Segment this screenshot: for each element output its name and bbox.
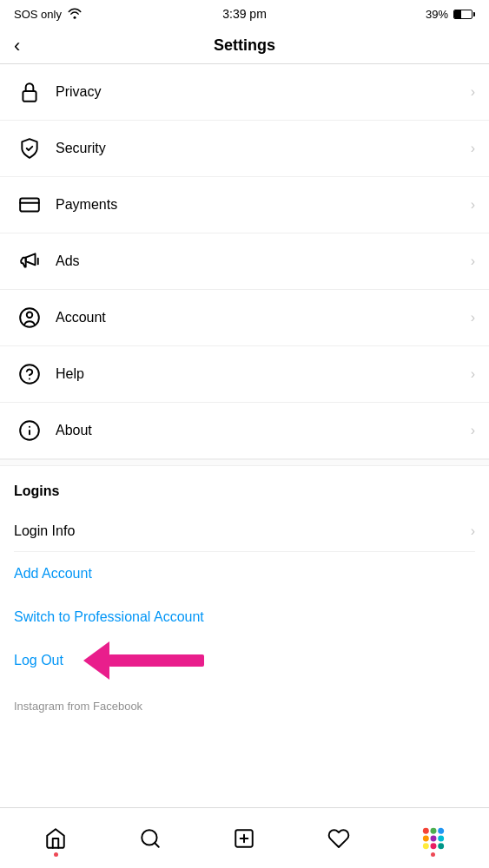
svg-line-12 [155, 843, 159, 847]
arrow-body [109, 654, 204, 667]
switch-professional-item[interactable]: Switch to Professional Account [14, 595, 475, 639]
svg-point-10 [29, 426, 30, 427]
page-title: Settings [14, 36, 475, 55]
info-circle-icon [14, 415, 45, 446]
page-header: ‹ Settings [0, 28, 489, 64]
settings-list: Privacy › Security › Payments › [0, 64, 489, 459]
nav-heart[interactable] [314, 820, 364, 857]
sos-text: SOS only [14, 8, 62, 21]
battery-icon [453, 10, 475, 19]
svg-point-19 [423, 835, 429, 841]
logins-section: Logins Login Info › Add Account Switch t… [0, 466, 489, 682]
nav-search[interactable] [125, 820, 175, 857]
account-label: Account [56, 310, 471, 326]
logout-row: Log Out [14, 639, 475, 682]
add-account-item[interactable]: Add Account [14, 552, 475, 595]
footer-text: Instagram from Facebook [0, 682, 489, 721]
help-label: Help [56, 366, 471, 382]
nav-profile[interactable] [408, 820, 459, 857]
status-bar: SOS only 3:39 pm 39% [0, 0, 489, 28]
svg-point-24 [438, 843, 444, 849]
svg-point-23 [430, 843, 436, 849]
svg-rect-0 [23, 91, 36, 102]
question-circle-icon [14, 358, 45, 390]
settings-item-payments[interactable]: Payments › [0, 177, 489, 233]
chevron-icon: › [471, 310, 475, 326]
login-info-label: Login Info [14, 523, 75, 539]
heart-icon [327, 827, 350, 850]
status-left: SOS only [14, 7, 83, 22]
chevron-icon: › [471, 423, 475, 438]
profile-notification-dot [431, 852, 435, 857]
svg-point-16 [423, 827, 429, 833]
credit-card-icon [14, 189, 45, 220]
settings-item-privacy[interactable]: Privacy › [0, 64, 489, 121]
status-time: 3:39 pm [222, 7, 267, 21]
home-icon [44, 827, 67, 850]
wifi-icon [67, 7, 83, 22]
security-label: Security [56, 141, 471, 156]
megaphone-icon [14, 246, 45, 277]
back-button[interactable]: ‹ [14, 35, 20, 57]
section-divider [0, 459, 489, 466]
settings-item-help[interactable]: Help › [0, 346, 489, 403]
privacy-label: Privacy [56, 84, 471, 100]
svg-point-21 [438, 835, 444, 841]
svg-point-4 [27, 312, 33, 319]
about-label: About [56, 423, 471, 438]
add-icon [233, 827, 255, 850]
svg-point-5 [20, 365, 39, 384]
person-circle-icon [14, 302, 45, 333]
logins-title: Logins [14, 483, 475, 499]
arrow-annotation [83, 641, 204, 680]
chevron-icon: › [471, 523, 475, 539]
chevron-icon: › [471, 253, 475, 269]
chevron-icon: › [471, 197, 475, 213]
logout-button[interactable]: Log Out [14, 653, 63, 668]
chevron-icon: › [471, 84, 475, 100]
login-info-item[interactable]: Login Info › [14, 511, 475, 552]
shield-icon [14, 133, 45, 164]
settings-item-ads[interactable]: Ads › [0, 233, 489, 290]
chevron-icon: › [471, 366, 475, 382]
ads-label: Ads [56, 253, 471, 269]
payments-label: Payments [56, 197, 471, 213]
svg-rect-1 [20, 198, 39, 211]
home-notification-dot [54, 852, 58, 857]
add-account-label: Add Account [14, 566, 92, 581]
nav-add[interactable] [219, 820, 269, 857]
nav-home[interactable] [30, 820, 81, 857]
profile-icon [422, 827, 445, 850]
chevron-icon: › [471, 141, 475, 156]
status-right: 39% [426, 8, 475, 21]
search-icon [139, 827, 162, 850]
settings-item-security[interactable]: Security › [0, 121, 489, 177]
lock-icon [14, 76, 45, 108]
switch-pro-label: Switch to Professional Account [14, 609, 204, 624]
svg-point-20 [430, 835, 436, 841]
settings-item-about[interactable]: About › [0, 403, 489, 459]
svg-point-17 [430, 827, 436, 833]
battery-percent: 39% [426, 8, 448, 21]
arrow-head [83, 641, 109, 680]
bottom-nav [0, 807, 489, 868]
svg-point-22 [423, 843, 429, 849]
svg-point-18 [438, 827, 444, 833]
settings-item-account[interactable]: Account › [0, 290, 489, 346]
